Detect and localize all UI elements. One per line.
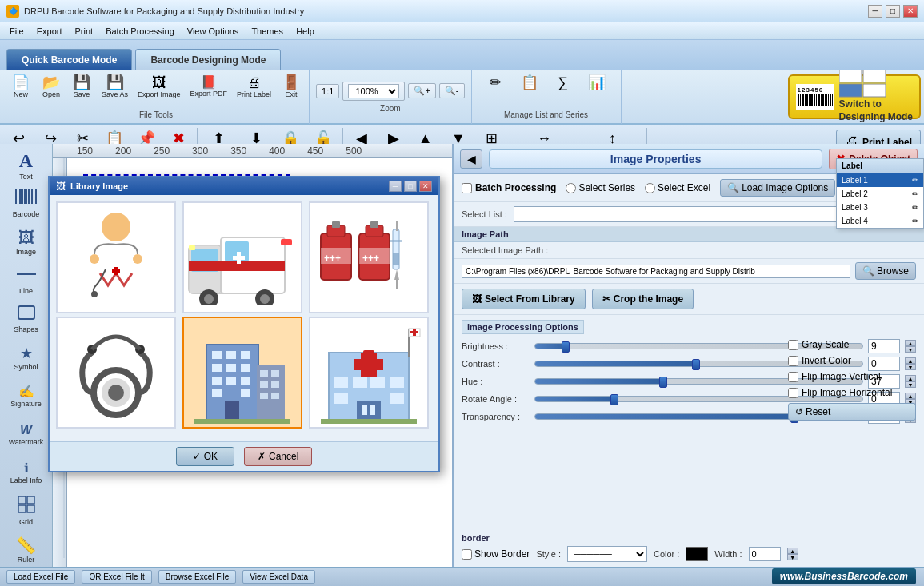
export-pdf-button[interactable]: 📕 Export PDF — [186, 74, 232, 100]
gray-scale-option[interactable]: Gray Scale — [788, 339, 916, 350]
hue-thumb[interactable] — [659, 377, 667, 388]
sidebar-item-barcode[interactable]: Barcode — [3, 185, 50, 222]
invert-color-checkbox[interactable] — [788, 356, 798, 366]
sidebar-item-image[interactable]: 🖼 Image — [3, 224, 50, 261]
batch-processing-checkbox[interactable]: Batch Processing — [462, 182, 556, 193]
select-series-radio[interactable]: Select Series — [566, 182, 635, 193]
sidebar-item-label-info[interactable]: ℹ Label Info — [3, 454, 50, 491]
menu-batch-processing[interactable]: Batch Processing — [99, 25, 181, 38]
library-image-building[interactable] — [182, 317, 302, 429]
border-width-up[interactable]: ▲ — [787, 548, 798, 554]
maximize-button[interactable]: □ — [886, 5, 900, 18]
browse-excel-button[interactable]: Browse Excel File — [158, 570, 236, 584]
border-color-picker[interactable] — [686, 547, 708, 561]
label-list: Label Label 1 ✏ Label 2 ✏ Label 3 ✏ Labe… — [836, 158, 924, 229]
border-style-dropdown[interactable]: ────── - - - - · · · · — [567, 546, 647, 562]
dialog-close-button[interactable]: ✕ — [419, 181, 432, 192]
minimize-button[interactable]: ─ — [868, 5, 882, 18]
invert-color-option[interactable]: Invert Color — [788, 355, 916, 366]
open-button[interactable]: 📂 Open — [37, 73, 66, 101]
library-image-stethoscope[interactable] — [56, 317, 176, 429]
tab-quick-barcode[interactable]: Quick Barcode Mode — [6, 49, 132, 70]
menu-help[interactable]: Help — [290, 25, 321, 38]
or-excel-button[interactable]: OR Excel File It — [82, 570, 151, 584]
sidebar-item-text[interactable]: A Text — [3, 147, 50, 184]
sidebar-item-ruler[interactable]: 📏 Ruler — [3, 531, 50, 568]
print-label-button[interactable]: 🖨 Print Label — [233, 73, 275, 101]
zoom-dropdown[interactable]: 100% 75% 50% 125% 150% — [348, 84, 399, 98]
new-button[interactable]: 📄 New — [6, 73, 35, 101]
view-excel-button[interactable]: View Excel Data — [242, 570, 315, 584]
sidebar-item-watermark[interactable]: W Watermark — [3, 416, 50, 452]
back-button[interactable]: ◀ — [460, 149, 482, 169]
library-image-hospital[interactable] — [309, 317, 429, 429]
label-row-1[interactable]: Label 1 ✏ — [837, 173, 923, 187]
library-image-ambulance[interactable] — [182, 201, 302, 313]
sidebar-item-line[interactable]: Line — [3, 262, 50, 299]
svg-rect-139 — [390, 377, 404, 388]
select-list-dropdown[interactable] — [514, 206, 862, 222]
label-row-4[interactable]: Label 4 ✏ — [837, 214, 923, 228]
border-width-down[interactable]: ▼ — [787, 554, 798, 560]
gray-scale-checkbox[interactable] — [788, 340, 798, 350]
zoom-percent-button[interactable]: 100% 75% 50% 125% 150% — [342, 82, 405, 101]
label-row-3[interactable]: Label 3 ✏ — [837, 201, 923, 214]
close-button[interactable]: ✕ — [903, 5, 918, 18]
edit-tool-button[interactable]: ✏ — [482, 73, 510, 92]
export-image-button[interactable]: 🖼 Export Image — [134, 73, 185, 101]
sidebar-item-symbol[interactable]: ★ Symbol — [3, 339, 50, 376]
zoom-out-button[interactable]: 🔍- — [439, 83, 465, 98]
show-border-option[interactable]: Show Border — [462, 548, 530, 560]
contrast-thumb[interactable] — [692, 359, 700, 370]
show-border-checkbox[interactable] — [462, 549, 472, 560]
border-width-input[interactable] — [749, 547, 781, 561]
exit-button[interactable]: 🚪 Exit — [277, 73, 306, 101]
flip-vertical-checkbox[interactable] — [788, 372, 798, 382]
ok-button[interactable]: ✓ OK — [176, 447, 234, 466]
menu-file[interactable]: File — [3, 25, 30, 38]
rotate-thumb[interactable] — [610, 394, 618, 405]
svg-rect-7 — [814, 94, 815, 106]
sidebar-item-shapes[interactable]: Shapes — [3, 301, 50, 337]
flip-vertical-option[interactable]: Flip Image Vertical — [788, 371, 916, 382]
select-from-library-button[interactable]: 🖼 Select From Library — [462, 289, 586, 309]
browse-button[interactable]: 🔍 Browse — [855, 262, 916, 280]
flip-horizontal-checkbox[interactable] — [788, 388, 798, 398]
batch-processing-check[interactable] — [462, 183, 472, 193]
border-width-spinner[interactable]: ▲ ▼ — [787, 548, 798, 560]
path-input-field[interactable] — [462, 265, 850, 278]
formula-button[interactable]: ∑ — [549, 73, 578, 92]
sidebar-item-grid[interactable]: Grid — [3, 492, 50, 529]
menu-view-options[interactable]: View Options — [181, 25, 246, 38]
library-image-doctor[interactable] — [56, 201, 176, 313]
menu-export[interactable]: Export — [30, 25, 69, 38]
label-row-2[interactable]: Label 2 ✏ — [837, 187, 923, 201]
flip-horizontal-option[interactable]: Flip Image Horizontal — [788, 387, 916, 398]
dialog-maximize-button[interactable]: □ — [404, 181, 417, 192]
save-as-button[interactable]: 💾 Save As — [98, 73, 132, 101]
reset-button[interactable]: ↺ Reset — [788, 403, 916, 421]
align-top-icon: ▲ — [418, 131, 433, 146]
menu-print[interactable]: Print — [69, 25, 100, 38]
selected-path-row: Selected Image Path : — [454, 242, 924, 259]
properties-button[interactable]: 📋 — [515, 73, 544, 92]
cancel-button[interactable]: ✗ Cancel — [244, 447, 312, 466]
image-path-section-header: Image Path — [454, 227, 924, 242]
crop-image-button[interactable]: ✂ Crop the Image — [592, 289, 694, 309]
load-excel-button[interactable]: Load Excel File — [6, 570, 75, 584]
series-button[interactable]: 📊 — [582, 73, 611, 92]
brightness-thumb[interactable] — [562, 341, 570, 353]
library-image-syringe[interactable]: +++ +++ — [309, 201, 429, 313]
svg-rect-21 — [18, 189, 18, 204]
load-image-options-button[interactable]: 🔍 Load Image Options — [720, 179, 835, 197]
menu-themes[interactable]: Themes — [245, 25, 290, 38]
tab-barcode-designing[interactable]: Barcode Designing Mode — [135, 49, 281, 70]
zoom-in-button[interactable]: 🔍+ — [408, 83, 435, 98]
ruler-icon: 📏 — [16, 536, 36, 555]
dialog-minimize-button[interactable]: ─ — [389, 181, 402, 192]
select-excel-radio[interactable]: Select Excel — [645, 182, 710, 193]
save-button[interactable]: 💾 Save — [67, 73, 96, 101]
sidebar-item-signature[interactable]: ✍ Signature — [3, 377, 50, 414]
zoom-ratio-button[interactable]: 1:1 — [316, 84, 339, 98]
switch-designing-mode-button[interactable]: 123456 — [788, 74, 921, 119]
